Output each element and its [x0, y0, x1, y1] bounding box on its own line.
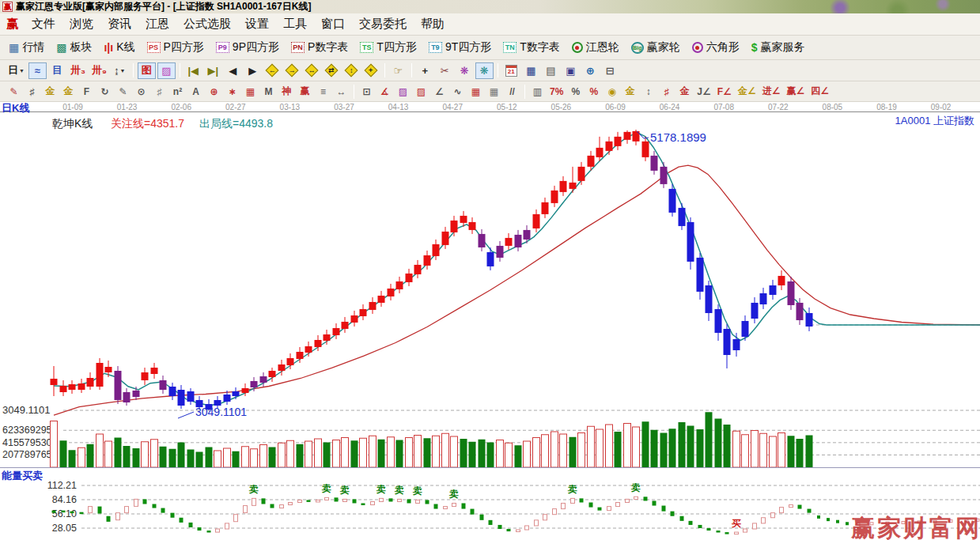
tool-gann-lines[interactable]: ♯	[24, 84, 40, 99]
tool-percent-7[interactable]: 7%	[547, 84, 566, 99]
tool-notes[interactable]: ▤	[542, 62, 560, 79]
tool-shen-tool[interactable]: 神	[278, 84, 295, 99]
tool-path-tool[interactable]: ✂	[436, 62, 454, 79]
tool-rect-tool[interactable]: ⊡	[358, 84, 375, 99]
tool-chart-red[interactable]: 图	[138, 62, 156, 79]
tool-bars-tool[interactable]: ▥	[529, 84, 546, 99]
tool-j-angle[interactable]: J∠	[694, 84, 713, 99]
tool-calculator[interactable]: ▦	[522, 62, 540, 79]
tool-candle-9[interactable]: 卅₉	[89, 62, 109, 79]
tool-ruler-123[interactable]: ≡	[315, 84, 331, 99]
tool-zoom-h[interactable]: ↔	[303, 62, 321, 79]
tool-wave-m[interactable]: M	[260, 84, 277, 99]
tool-fib-lines[interactable]: F	[78, 84, 95, 99]
tool-fan-lines[interactable]: ∡	[376, 84, 393, 99]
tool-p-table[interactable]: PNP数字表	[289, 39, 350, 56]
menu-item-0[interactable]: 文件	[25, 14, 62, 34]
kline-chart-svg[interactable]: 623369295415579530207789765112.2184.1656…	[0, 112, 980, 540]
tool-info-list[interactable]: 目	[48, 62, 66, 79]
tool-quotes[interactable]: ▦行情	[6, 39, 47, 56]
oscillator-bar	[70, 512, 74, 514]
tool-grid-gray[interactable]: ▦	[486, 84, 502, 99]
tool-zoom-all[interactable]: +	[362, 62, 380, 79]
tool-9t-square[interactable]: T99T四方形	[426, 39, 494, 56]
tool-hand-tool[interactable]: ☞	[389, 62, 407, 79]
tool-f-angle[interactable]: F∠	[715, 84, 734, 99]
period-label[interactable]: 日K线	[2, 101, 29, 115]
tool-t-table[interactable]: TNT数字表	[501, 39, 562, 56]
chart-area[interactable]: 623369295415579530207789765112.2184.1656…	[0, 112, 980, 540]
tool-percent-5[interactable]: %	[585, 84, 602, 99]
menu-item-2[interactable]: 资讯	[100, 14, 138, 34]
tool-zoom-left[interactable]: ←	[263, 62, 282, 79]
tool-zoom-right[interactable]: →	[283, 62, 301, 79]
tool-winner-service[interactable]: $赢家服务	[749, 39, 808, 56]
tool-zoom-swap[interactable]: ⇄	[323, 62, 341, 79]
tool-grid-diag-red[interactable]: ▨	[413, 84, 429, 99]
tool-hexagon[interactable]: 六角形	[690, 39, 742, 56]
tool-p-square[interactable]: PSP四方形	[145, 39, 206, 56]
tool-gold-angle[interactable]: 金∠	[736, 84, 759, 99]
tool-target[interactable]: ⊕	[206, 84, 222, 99]
tool-grid-diag-purple[interactable]: ▨	[395, 84, 411, 99]
tool-save[interactable]: ▣	[562, 62, 580, 79]
menu-item-3[interactable]: 江恩	[138, 14, 176, 34]
tool-jin-angle[interactable]: 进∠	[760, 84, 783, 99]
tool-gold-lines-2[interactable]: 金	[60, 84, 77, 99]
tool-gold-lines-1[interactable]: 金	[42, 84, 59, 99]
tool-calendar[interactable]: 21	[502, 62, 520, 79]
menu-item-6[interactable]: 工具	[276, 14, 314, 34]
tool-next[interactable]: ▶	[244, 62, 262, 79]
tool-cycle-clock[interactable]: ⊙	[133, 84, 149, 99]
tool-pen[interactable]: ✎	[6, 84, 22, 99]
tool-web-red[interactable]: ∗	[224, 84, 240, 99]
tool-dynamic-wave[interactable]: ≈	[28, 62, 47, 79]
menu-item-9[interactable]: 帮助	[414, 14, 452, 34]
tool-grid-lines[interactable]: ♯	[151, 84, 168, 99]
tool-winner-wheel[interactable]: Big赢家轮	[629, 39, 683, 56]
tool-9p-square[interactable]: P99P四方形	[214, 39, 282, 56]
tool-print[interactable]: ⊟	[601, 62, 619, 79]
tool-net-teal[interactable]: ❋	[475, 62, 494, 79]
tool-h-expand[interactable]: ↔	[333, 84, 350, 99]
tool-candle-3[interactable]: 卅₃	[68, 62, 88, 79]
tool-net-purple[interactable]: ❋	[456, 62, 474, 79]
tool-angle-a[interactable]: A	[187, 84, 204, 99]
tool-n-square[interactable]: n²	[169, 84, 186, 99]
tool-ying-tool[interactable]: 赢	[297, 84, 313, 99]
tool-gold-circle[interactable]: ◉	[604, 84, 620, 99]
tool-gold-red[interactable]: 金	[676, 84, 693, 99]
tool-gold-under[interactable]: 金	[622, 84, 638, 99]
tool-measure[interactable]: ↕	[640, 84, 656, 99]
menu-item-1[interactable]: 浏览	[62, 14, 100, 34]
tool-first[interactable]: |◀	[184, 62, 202, 79]
tool-wave-tool[interactable]: ∿	[449, 84, 466, 99]
menu-item-8[interactable]: 交易委托	[352, 14, 414, 34]
tool-pen-2[interactable]: ✎	[115, 84, 131, 99]
tool-percent[interactable]: %	[567, 84, 584, 99]
tool-ying-angle[interactable]: 赢∠	[784, 84, 807, 99]
tool-kline[interactable]: ı|ıK线	[101, 39, 137, 56]
menu-item-7[interactable]: 窗口	[314, 14, 352, 34]
tool-period-day-dropdown[interactable]: 日▼	[6, 62, 27, 79]
menu-item-4[interactable]: 公式选股	[176, 14, 238, 34]
tool-gann-wheel[interactable]: 江恩轮	[569, 39, 622, 56]
tool-last[interactable]: ▶|	[204, 62, 222, 79]
tool-sectors[interactable]: ▩板块	[54, 39, 94, 56]
tool-gold-grid[interactable]: ♯	[658, 84, 675, 99]
tool-prev[interactable]: ◀	[224, 62, 242, 79]
tool-web-box[interactable]: ▦	[242, 84, 259, 99]
tool-zoom-v[interactable]: ↕	[342, 62, 361, 79]
tool-spiral[interactable]: ↻	[96, 84, 113, 99]
tool-grid-red[interactable]: ▦	[467, 84, 484, 99]
tool-chart-color[interactable]: ▨	[157, 62, 176, 79]
tool-slashes[interactable]: //	[504, 84, 520, 99]
tool-t-square[interactable]: TST四方形	[358, 39, 419, 56]
tool-web[interactable]: ⊕	[581, 62, 600, 79]
tool-crosshair[interactable]: +	[416, 62, 434, 79]
menu-item-5[interactable]: 设置	[238, 14, 276, 34]
tool-si-angle[interactable]: 四∠	[808, 84, 831, 99]
tool-drop-tool[interactable]: ↨▼	[111, 62, 129, 79]
tool-angle-tool[interactable]: ∠	[431, 84, 448, 99]
title-bar[interactable]: 赢 赢家江恩专业版[赢家内部服务平台] - [上证指数 SH1A0001-167…	[0, 0, 980, 13]
